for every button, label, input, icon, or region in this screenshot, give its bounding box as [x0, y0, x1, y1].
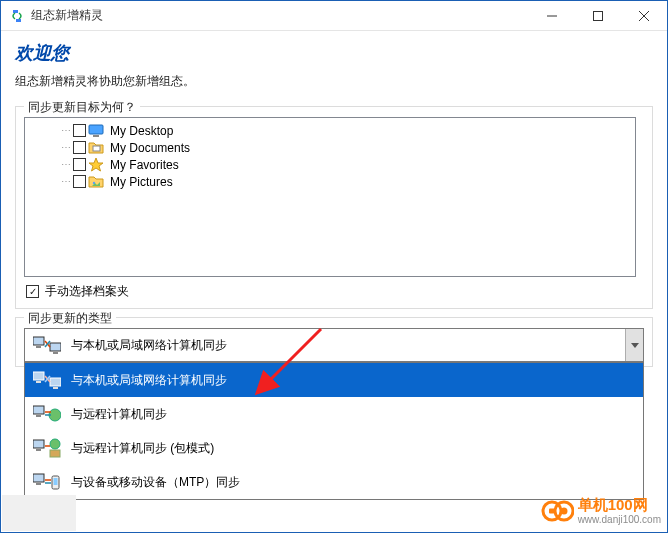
svg-point-33	[560, 508, 567, 515]
tree-item-label: My Pictures	[106, 175, 173, 189]
svg-rect-34	[549, 509, 555, 514]
folder-tree[interactable]: ⋯ My Desktop ⋯ My Documents ⋯ My Favorit…	[24, 117, 636, 277]
combo-option-label: 与设备或移动设备（MTP）同步	[71, 474, 240, 491]
svg-rect-12	[53, 352, 58, 354]
svg-rect-21	[33, 440, 44, 448]
manual-select-row: ✓ 手动选择档案夹	[24, 277, 644, 300]
titlebar: 组态新增精灵	[1, 1, 667, 31]
sync-target-legend: 同步更新目标为何？	[24, 99, 140, 116]
lan-sync-icon	[33, 370, 61, 390]
svg-point-23	[50, 439, 60, 449]
tree-checkbox[interactable]	[73, 175, 86, 188]
svg-marker-13	[631, 343, 639, 348]
combo-option-label: 与远程计算机同步	[71, 406, 167, 423]
wizard-header: 欢迎您	[1, 31, 667, 73]
app-icon	[9, 8, 25, 24]
svg-rect-15	[36, 381, 41, 383]
svg-rect-16	[50, 378, 61, 386]
combo-dropdown-list: 与本机或局域网络计算机同步 与远程计算机同步 与远程计算机同步 (包模式)	[24, 362, 644, 500]
tree-item[interactable]: ⋯ My Documents	[29, 139, 631, 156]
sync-type-combobox[interactable]: 与本机或局域网络计算机同步 与本机或局域网络计算机同步 与远程计算机同步	[24, 328, 644, 362]
tree-connector: ⋯	[59, 125, 71, 136]
footer-strip	[2, 495, 76, 531]
svg-rect-26	[36, 483, 41, 485]
svg-rect-5	[93, 135, 99, 137]
wizard-subtitle: 组态新增精灵将协助您新增组态。	[1, 73, 667, 102]
window-title: 组态新增精灵	[31, 7, 529, 24]
tree-checkbox[interactable]	[73, 141, 86, 154]
tree-checkbox[interactable]	[73, 158, 86, 171]
svg-rect-9	[33, 337, 44, 345]
tree-item[interactable]: ⋯ My Pictures	[29, 173, 631, 190]
svg-rect-24	[50, 450, 60, 457]
combo-option[interactable]: 与本机或局域网络计算机同步	[25, 363, 643, 397]
combo-selected-display: 与本机或局域网络计算机同步	[25, 329, 625, 361]
svg-rect-11	[50, 343, 61, 351]
svg-rect-10	[36, 346, 41, 348]
watermark-logo-icon	[540, 494, 574, 528]
tree-item-label: My Documents	[106, 141, 190, 155]
svg-rect-14	[33, 372, 44, 380]
remote-package-sync-icon	[33, 438, 61, 458]
tree-connector: ⋯	[59, 159, 71, 170]
welcome-heading: 欢迎您	[15, 41, 653, 65]
lan-sync-icon	[33, 335, 61, 355]
sync-type-group: 同步更新的类型 与本机或局域网络计算机同步 与本机或局域网络计算机同步	[15, 317, 653, 367]
pictures-icon	[88, 174, 104, 190]
svg-marker-7	[89, 158, 103, 171]
tree-connector: ⋯	[59, 176, 71, 187]
favorites-icon	[88, 157, 104, 173]
svg-rect-17	[53, 387, 58, 389]
watermark: 单机100网 www.danji100.com	[540, 494, 661, 528]
combo-option-label: 与远程计算机同步 (包模式)	[71, 440, 214, 457]
combo-selected-label: 与本机或局域网络计算机同步	[71, 337, 227, 354]
minimize-button[interactable]	[529, 1, 575, 31]
chevron-down-icon	[631, 343, 639, 348]
wizard-window: 组态新增精灵 欢迎您 组态新增精灵将协助您新增组态。 同步更新目标为何？ ⋯ M…	[0, 0, 668, 533]
manual-select-checkbox[interactable]: ✓	[26, 285, 39, 298]
sync-type-legend: 同步更新的类型	[24, 310, 116, 327]
close-button[interactable]	[621, 1, 667, 31]
tree-item-label: My Favorites	[106, 158, 179, 172]
svg-rect-19	[36, 415, 41, 417]
svg-rect-25	[33, 474, 44, 482]
tree-item[interactable]: ⋯ My Favorites	[29, 156, 631, 173]
svg-rect-4	[89, 125, 103, 134]
svg-rect-1	[594, 11, 603, 20]
combo-option[interactable]: 与远程计算机同步 (包模式)	[25, 431, 643, 465]
maximize-button[interactable]	[575, 1, 621, 31]
desktop-icon	[88, 123, 104, 139]
svg-rect-18	[33, 406, 44, 414]
combo-option-label: 与本机或局域网络计算机同步	[71, 372, 227, 389]
combo-dropdown-button[interactable]	[625, 329, 643, 361]
remote-sync-icon	[33, 404, 61, 424]
svg-rect-28	[54, 478, 58, 485]
documents-icon	[88, 140, 104, 156]
watermark-url: www.danji100.com	[578, 514, 661, 525]
tree-item-label: My Desktop	[106, 124, 173, 138]
svg-rect-6	[93, 146, 100, 151]
combo-option[interactable]: 与远程计算机同步	[25, 397, 643, 431]
tree-checkbox[interactable]	[73, 124, 86, 137]
sync-target-group: 同步更新目标为何？ ⋯ My Desktop ⋯ My Documents ⋯ …	[15, 106, 653, 309]
svg-rect-22	[36, 449, 41, 451]
tree-item[interactable]: ⋯ My Desktop	[29, 122, 631, 139]
manual-select-label: 手动选择档案夹	[45, 283, 129, 300]
device-mtp-sync-icon	[33, 472, 61, 492]
tree-connector: ⋯	[59, 142, 71, 153]
watermark-text: 单机100网	[578, 497, 661, 514]
